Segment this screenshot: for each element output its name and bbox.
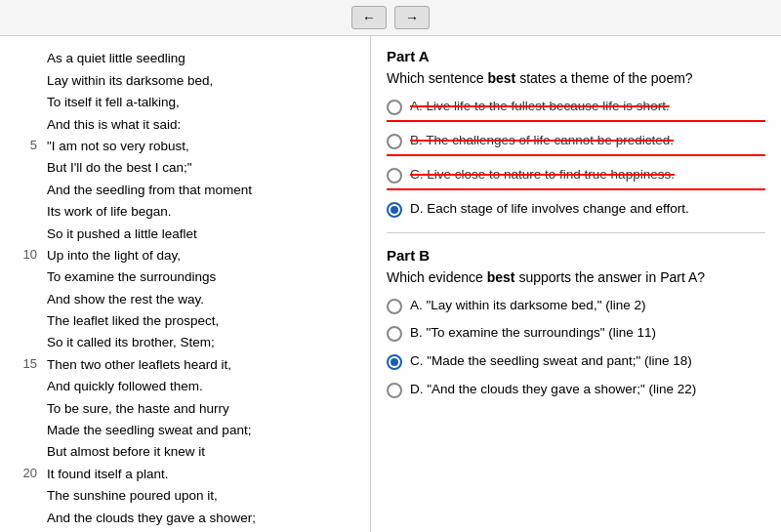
poem-line: As a quiet little seedling — [47, 48, 360, 69]
line-number: 15 — [20, 353, 37, 375]
poem-lines: 510152025 As a quiet little seedlingLay … — [20, 48, 360, 532]
poem-line: And the little plant kept growing — [47, 529, 360, 532]
line-number: 20 — [20, 463, 37, 484]
line-number — [20, 201, 37, 223]
part-b-question: Which evidence best supports the answer … — [387, 269, 765, 285]
line-number — [20, 223, 37, 244]
line-number — [20, 179, 37, 200]
answer-text: B. "To examine the surroundings" (line 1… — [410, 324, 656, 343]
radio-circle[interactable] — [387, 326, 402, 342]
line-number — [20, 376, 37, 397]
radio-circle[interactable] — [387, 299, 402, 314]
forward-button[interactable]: → — [394, 6, 430, 29]
line-number — [20, 266, 37, 288]
line-number: 10 — [20, 245, 37, 266]
poem-line: Made the seedling sweat and pant; — [47, 420, 360, 441]
line-number — [20, 310, 37, 332]
poem-line: Its work of life began. — [47, 201, 360, 223]
toolbar: ← → — [0, 0, 781, 36]
poem-line: And quickly followed them. — [47, 376, 360, 397]
answer-option[interactable]: C. Live close to nature to find true hap… — [387, 166, 765, 190]
poem-line: And show the rest the way. — [47, 288, 360, 309]
answer-text: C. "Made the seedling sweat and pant;" (… — [410, 352, 692, 371]
poem-line: The sunshine poured upon it, — [47, 485, 360, 507]
poem-line: To be sure, the haste and hurry — [47, 397, 360, 419]
radio-circle[interactable] — [387, 202, 402, 218]
poem-line: So it pushed a little leaflet — [47, 223, 360, 244]
line-number — [20, 332, 37, 353]
answer-option[interactable]: D. Each stage of life involves change an… — [387, 200, 765, 219]
answer-text: A. Live life to the fullest because life… — [410, 98, 670, 116]
answer-option[interactable]: C. "Made the seedling sweat and pant;" (… — [387, 352, 765, 371]
line-number — [20, 48, 37, 69]
poem-line: Up into the light of day, — [47, 245, 360, 266]
answer-option[interactable]: B. "To examine the surroundings" (line 1… — [387, 324, 765, 343]
questions-panel: Part A Which sentence best states a them… — [371, 36, 781, 532]
answer-text: B. The challenges of life cannot be pred… — [410, 132, 674, 150]
line-number: 5 — [20, 136, 37, 157]
poem-text: As a quiet little seedlingLay within its… — [47, 48, 360, 532]
line-number — [20, 92, 37, 113]
poem-line: And the clouds they gave a shower; — [47, 507, 360, 528]
main-content: 510152025 As a quiet little seedlingLay … — [0, 36, 781, 532]
poem-line: And this is what it said: — [47, 113, 360, 135]
back-button[interactable]: ← — [351, 6, 387, 29]
part-a-section: Part A Which sentence best states a them… — [387, 48, 765, 219]
poem-line: Lay within its darksome bed, — [47, 69, 360, 91]
line-number — [20, 441, 37, 463]
poem-line: The leaflet liked the prospect, — [47, 310, 360, 332]
answer-option[interactable]: A. "Lay within its darksome bed," (line … — [387, 297, 765, 315]
section-divider — [387, 232, 765, 233]
line-number — [20, 113, 37, 135]
line-number — [20, 485, 37, 507]
part-b-section: Part B Which evidence best supports the … — [387, 247, 765, 400]
line-number — [20, 397, 37, 419]
line-number — [20, 157, 37, 179]
line-number — [20, 420, 37, 441]
answer-option[interactable]: B. The challenges of life cannot be pred… — [387, 132, 765, 156]
radio-circle[interactable] — [387, 134, 402, 149]
part-a-question: Which sentence best states a theme of th… — [387, 70, 765, 86]
radio-circle[interactable] — [387, 168, 402, 184]
poem-line: But almost before it knew it — [47, 441, 360, 463]
poem-line: But I'll do the best I can;" — [47, 157, 360, 179]
answer-text: A. "Lay within its darksome bed," (line … — [410, 297, 645, 315]
part-b-title: Part B — [387, 247, 765, 264]
poem-line: To examine the surroundings — [47, 266, 360, 288]
line-number — [20, 529, 37, 532]
line-number — [20, 69, 37, 91]
poem-line: "I am not so very robust, — [47, 136, 360, 157]
answer-text: D. Each stage of life involves change an… — [410, 200, 689, 219]
poem-line: Then two other leaflets heard it, — [47, 353, 360, 375]
poem-panel: 510152025 As a quiet little seedlingLay … — [0, 36, 371, 532]
part-a-title: Part A — [387, 48, 765, 64]
radio-circle[interactable] — [387, 100, 402, 115]
answer-option[interactable]: D. "And the clouds they gave a shower;" … — [387, 381, 765, 399]
poem-line: So it called its brother, Stem; — [47, 332, 360, 353]
radio-circle[interactable] — [387, 354, 402, 370]
part-a-options: A. Live life to the fullest because life… — [387, 98, 765, 219]
part-b-options: A. "Lay within its darksome bed," (line … — [387, 297, 765, 400]
poem-line: To itself it fell a-talking, — [47, 92, 360, 113]
line-number — [20, 288, 37, 309]
radio-circle[interactable] — [387, 383, 402, 398]
answer-text: D. "And the clouds they gave a shower;" … — [410, 381, 696, 399]
answer-option[interactable]: A. Live life to the fullest because life… — [387, 98, 765, 122]
poem-line: And the seedling from that moment — [47, 179, 360, 200]
answer-text: C. Live close to nature to find true hap… — [410, 166, 675, 184]
line-number — [20, 507, 37, 528]
poem-line: It found itself a plant. — [47, 463, 360, 484]
line-numbers: 510152025 — [20, 48, 47, 532]
